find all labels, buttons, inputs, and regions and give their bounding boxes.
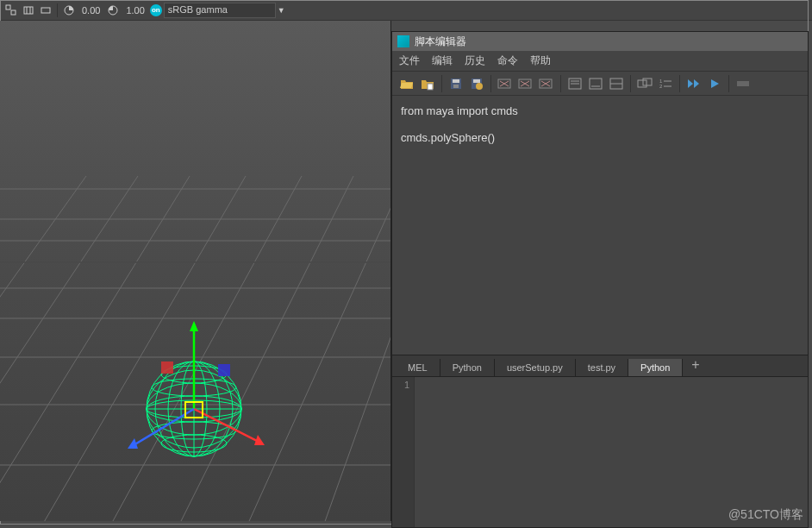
colorspace-toggle-icon[interactable]: on [150,4,162,16]
svg-marker-43 [190,321,198,331]
svg-marker-76 [711,79,719,88]
svg-line-20 [0,176,190,521]
film-icon[interactable] [21,3,36,18]
tab-usersetup[interactable]: userSetup.py [495,359,576,376]
gamma-icon[interactable] [105,3,121,18]
echo-icon[interactable] [635,74,654,93]
svg-rect-77 [737,81,749,86]
both-icon[interactable] [607,74,626,93]
svg-rect-54 [453,85,459,88]
clear-history-icon[interactable] [496,74,515,93]
svg-rect-2 [24,7,33,14]
exposure-value[interactable]: 0.00 [78,5,103,16]
svg-line-24 [241,176,391,521]
menu-edit[interactable]: 编辑 [432,53,453,68]
maya-icon [397,35,409,47]
toolbar: 12 [392,72,808,96]
render-icon[interactable] [3,3,19,18]
clear-all-icon[interactable] [537,74,556,93]
output-pane[interactable]: from maya import cmds cmds.polySphere() [392,96,808,355]
svg-line-22 [103,176,302,521]
svg-marker-74 [688,79,693,88]
input-icon[interactable] [586,74,605,93]
menu-history[interactable]: 历史 [465,53,485,68]
svg-point-57 [476,83,483,90]
window-titlebar[interactable]: 脚本编辑器 [392,32,808,51]
code-input[interactable] [415,377,808,527]
input-pane: 1 [392,377,808,527]
line-numbers-icon[interactable]: 12 [656,74,675,93]
svg-marker-75 [694,79,699,88]
svg-line-25 [319,176,391,521]
source-icon[interactable] [418,74,437,93]
execute-icon[interactable] [705,74,724,93]
tab-test[interactable]: test.py [576,359,628,376]
menu-help[interactable]: 帮助 [530,53,551,68]
svg-text:2: 2 [659,84,663,89]
colorspace-select[interactable]: sRGB gamma [164,3,276,18]
svg-rect-48 [161,361,173,374]
open-icon[interactable] [397,74,416,93]
script-editor-window: 脚本编辑器 文件 编辑 历史 命令 帮助 12 from maya import… [391,31,809,528]
save-icon[interactable] [447,74,465,93]
output-line: cmds.polySphere() [401,129,799,148]
svg-rect-69 [643,79,652,85]
watermark: @51CTO博客 [728,507,803,523]
save-to-shelf-icon[interactable] [467,74,486,93]
exposure-icon[interactable] [61,3,77,18]
svg-line-19 [0,176,138,521]
svg-rect-5 [41,8,50,13]
svg-rect-0 [6,5,10,9]
menu-command[interactable]: 命令 [497,53,518,68]
svg-rect-1 [11,10,16,15]
tab-python-active[interactable]: Python [628,359,683,376]
svg-line-21 [34,176,246,521]
history-icon[interactable] [565,74,584,93]
gate-icon[interactable] [38,3,53,18]
goto-icon[interactable] [734,74,753,93]
svg-line-18 [0,176,86,521]
tab-add[interactable]: + [683,354,708,376]
svg-rect-64 [590,79,602,89]
svg-rect-68 [638,80,646,87]
svg-rect-53 [453,79,459,83]
tabs-row: MEL Python userSetup.py test.py Python + [392,355,808,377]
viewport-toolbar: 0.00 1.00 on sRGB gamma ▼ [0,0,812,21]
svg-rect-56 [473,79,480,83]
window-title: 脚本编辑器 [415,35,466,49]
svg-rect-51 [428,84,433,90]
line-gutter: 1 [392,377,415,527]
execute-all-icon[interactable] [684,74,703,93]
output-line: from maya import cmds [401,103,799,121]
clear-input-icon[interactable] [516,74,535,93]
tab-mel[interactable]: MEL [396,359,440,376]
gamma-value[interactable]: 1.00 [122,5,147,16]
menubar: 文件 编辑 历史 命令 帮助 [392,51,808,72]
menu-file[interactable]: 文件 [399,53,420,68]
viewport-3d[interactable] [0,21,391,521]
chevron-down-icon[interactable]: ▼ [278,6,288,15]
svg-line-23 [172,176,353,521]
tab-python[interactable]: Python [440,359,495,376]
svg-rect-49 [218,364,230,376]
